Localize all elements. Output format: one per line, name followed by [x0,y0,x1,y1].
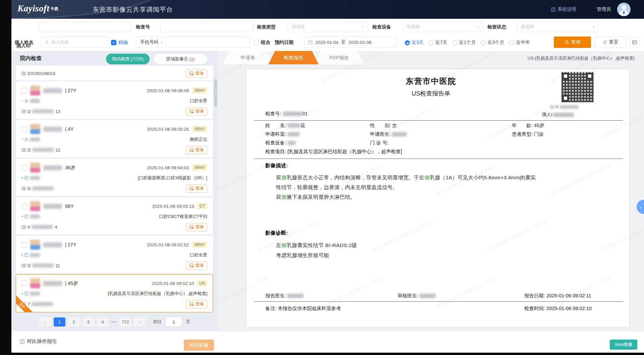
page-ellipsis[interactable]: ••• [111,319,117,324]
search-filter-panel: 病人ID 检查号 检查类型 请选择∨ 检查设备 请选择∨ 检查状态 请选择∨ 病… [11,19,644,51]
next-page-button[interactable]: › [134,317,146,327]
id-card-icon [632,40,637,45]
status-label: 检查状态 [487,21,506,32]
patient-avatar [30,278,40,288]
exam-id-icon [21,302,26,306]
page-button-3[interactable]: 3 [83,317,94,327]
avatar[interactable] [617,3,631,16]
quick-range-radio[interactable]: 近半年 [509,40,530,46]
list-item[interactable]: | 4Y2025-01-06 09:05:25XRAY• 未胸部正位D12图像 [16,120,213,158]
page-button-4[interactable]: 4 [97,317,109,327]
tab-region-cloud[interactable]: 区域影像云(1) [154,54,207,64]
image-button[interactable]: 图像 [186,107,207,116]
description-title: 影像描述: [265,162,288,169]
quick-range-radio[interactable]: 近3个月 [481,40,504,46]
exam-list: DX250106015图像| 27Y2025-01-06 09:06:09XRA… [11,66,218,314]
image-button[interactable]: 图像 [186,146,207,154]
qr-caption: 扫 [550,104,579,109]
prev-page-button[interactable]: ‹ [39,317,51,327]
sidebar-title: 院内检查 [20,55,42,62]
item-checkbox[interactable] [21,126,27,132]
exam-description: 口腔全景 [190,98,207,104]
combine-checkbox[interactable]: 组合 [254,40,270,46]
exam-description: [口腔曲面断层,口腔X线摄影（DR）] [138,175,207,181]
search-button[interactable]: 查询 [554,37,591,48]
exam-no-input[interactable] [160,21,253,32]
current-user-label[interactable]: 管理员 [597,6,611,12]
chevron-down-icon: ∨ [160,40,163,45]
compare-guide-link[interactable]: 对比操作指引 [19,338,57,345]
read-status: • 已 [21,252,40,258]
page-button-1[interactable]: 1 [54,317,65,327]
list-item[interactable]: | 27Y2025-01-06 09:06:09XRAY• 未口腔全景D13图像 [16,81,213,119]
image-button[interactable]: 图像 [186,223,207,231]
tab-申请单[interactable]: 申请单 [223,51,273,64]
refresh-icon [603,40,607,45]
exam-description: [乳腺及其引流区淋巴结彩超（乳腺中心）,超声检查] [108,291,207,297]
web-image-button[interactable]: Web图像 [610,340,637,350]
read-status: • 已 [21,214,40,220]
exam-type-select[interactable]: 请选择∨ [288,21,368,32]
page-button-772[interactable]: 772 [119,317,131,327]
search-icon [565,40,569,45]
patient-age: | 27Y [65,242,76,247]
report-type-title: US检查报告单 [247,90,615,98]
status-select[interactable]: 请选择∨ [517,21,598,32]
modality-badge: CT [197,203,207,210]
exact-match-checkbox[interactable]: ✓精确 [111,40,128,46]
quick-range-radio[interactable]: 近1个月 [452,40,476,46]
bottom-bar: 对比操作指引 对比影像 Web图像 [11,331,644,353]
item-checkbox[interactable] [21,281,27,286]
panel-resize-handle[interactable] [214,79,217,107]
phone-compound-input[interactable]: 手机号码∨ [136,37,250,48]
list-item-partial[interactable]: DX250106015图像 [16,66,213,80]
report-diagnosis-line: 考虑乳腺增生所致可能 [276,252,329,259]
list-item[interactable]: | 27Y2025-01-06 09:02:52XRAY• 已口腔全景D11图像 [16,236,213,273]
item-checkbox[interactable] [21,203,27,209]
exam-no-label: 检查号 [136,21,150,32]
compare-images-button[interactable]: 对比影像 [184,340,214,351]
quick-range-radio[interactable]: 近3天 [405,40,424,46]
image-button[interactable]: 图像 [186,300,207,308]
phone-type-select[interactable]: 手机号码∨ [136,37,166,47]
system-help-link[interactable]: 系统说明 [551,6,576,12]
project-row: 检查项目: [乳腺及其引流区淋巴结彩超（乳腺中心），超声检查] [247,149,629,157]
list-item-selected[interactable]: | 45岁2025-01-06 09:02:10US• 已[乳腺及其引流区淋巴结… [16,274,213,312]
patient-name-input[interactable]: 病人姓名 [41,37,108,48]
device-label: 检查设备 [372,21,391,32]
tab-检查报告[interactable]: 检查报告 [268,51,319,64]
radio-icon [429,40,434,45]
image-icon [189,263,194,268]
remark-row: 备注: 本报告仅供本院临床科室参考 检查时间: 2025-01-06 09:02… [247,305,629,313]
item-checkbox[interactable] [21,88,27,94]
exam-id: 7 [21,302,55,307]
device-select[interactable]: 请选择∨ [403,21,483,32]
quick-date-radios: 近3天近7天近1个月近3个月近半年 [405,40,530,46]
exam-time: 2025-01-06 09:05:25 [147,127,189,132]
report-tabs: 申请单检查报告PDF报告 [223,51,360,64]
image-button[interactable]: 图像 [186,184,207,193]
image-button[interactable]: 图像 [186,69,207,78]
read-status: • 未 [21,136,40,142]
image-icon [189,302,194,306]
page-button-2[interactable]: 2 [68,317,80,327]
item-checkbox[interactable] [21,242,27,248]
exam-time: 2025-01-06 09:03:13 [152,204,194,209]
list-item[interactable]: 56Y2025-01-06 09:03:13CT• 已口腔CBCT锥形束CT平扫… [16,197,213,235]
current-exam-title: US-[乳腺及其引流区淋巴结彩超（乳腺中心）,超声检查] [528,55,635,61]
image-icon [189,186,194,191]
reset-button[interactable]: 重置 [595,37,626,48]
goto-page-input[interactable] [166,317,182,327]
list-item[interactable]: 36岁2025-01-06 09:04:03XRAY• 已[口腔曲面断层,口腔X… [16,159,213,196]
modality-badge: XRAY [192,241,207,248]
patient-id-input[interactable] [39,21,131,32]
item-checkbox[interactable] [21,165,27,171]
quick-range-radio[interactable]: 近7天 [429,40,447,46]
tab-hospital-exams[interactable]: 院内检查 (7720) [106,54,150,64]
chevron-down-icon: ∨ [477,25,479,28]
tab-PDF报告[interactable]: PDF报告 [314,51,364,64]
advanced-view-button[interactable] [630,37,640,47]
date-range-input[interactable]: 2025-01-04 至 2025-01-06 [304,37,397,48]
image-button[interactable]: 图像 [186,261,207,270]
read-status: • 已 [21,291,40,297]
